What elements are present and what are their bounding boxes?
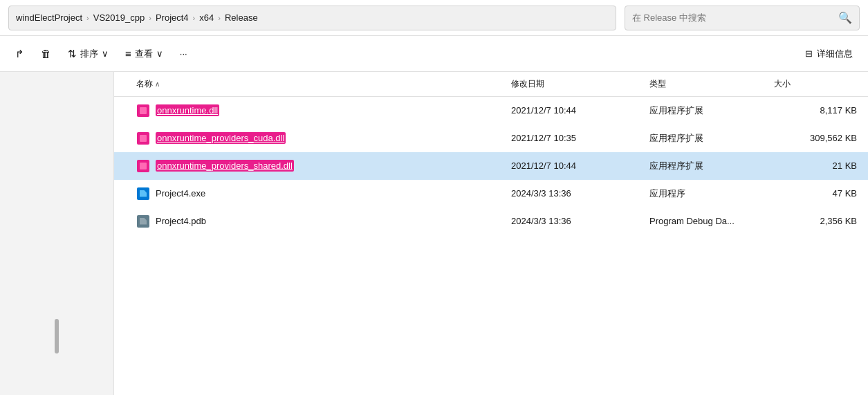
search-input[interactable] <box>632 12 834 23</box>
sort-arrow-name: ∧ <box>155 80 160 88</box>
col-header-type[interactable]: 类型 <box>649 78 774 90</box>
file-modified: 2024/3/3 13:36 <box>511 188 649 199</box>
file-size: 309,562 KB <box>774 133 857 143</box>
breadcrumb-windElectProject[interactable]: windElectProject <box>16 12 82 23</box>
delete-button[interactable]: 🗑 <box>34 44 58 64</box>
col-header-name[interactable]: 名称 ∧ <box>136 78 511 90</box>
table-row[interactable]: Project4.pdb 2024/3/3 13:36 Program Debu… <box>114 208 868 235</box>
file-modified: 2021/12/7 10:44 <box>511 160 649 171</box>
file-type: 应用程序扩展 <box>649 132 774 145</box>
file-name-highlighted: onnxruntime_providers_shared.dll <box>156 160 294 172</box>
file-size: 21 KB <box>774 160 857 171</box>
breadcrumb-sep-2: › <box>149 14 151 22</box>
sidebar-scrollbar[interactable] <box>0 319 113 353</box>
file-icon <box>136 104 150 118</box>
file-size: 47 KB <box>774 188 857 199</box>
file-type: 应用程序 <box>649 187 774 200</box>
dll-icon <box>137 104 149 117</box>
dll-icon <box>137 160 149 172</box>
detail-button[interactable]: ⊟ 详细信息 <box>798 44 860 64</box>
file-type: 应用程序扩展 <box>649 104 774 117</box>
sort-icon: ⇅ <box>68 48 77 60</box>
search-button[interactable]: 🔍 <box>838 11 852 24</box>
col-name-label: 名称 <box>136 78 153 90</box>
file-type: 应用程序扩展 <box>649 160 774 172</box>
file-name-text: Project4.pdb <box>156 216 206 226</box>
breadcrumb-VS2019_cpp[interactable]: VS2019_cpp <box>93 12 145 23</box>
file-name-cell: onnxruntime_providers_shared.dll <box>136 159 511 173</box>
file-modified: 2021/12/7 10:35 <box>511 133 649 143</box>
view-icon: ≡ <box>125 48 131 59</box>
breadcrumb-release[interactable]: Release <box>225 12 258 23</box>
detail-icon: ⊟ <box>805 48 813 59</box>
sidebar <box>0 72 114 395</box>
col-type-label: 类型 <box>649 78 666 90</box>
delete-icon: 🗑 <box>41 48 51 59</box>
view-arrow-icon: ∨ <box>156 48 163 59</box>
toolbar: ↱ 🗑 ⇅ 排序 ∨ ≡ 查看 ∨ ··· ⊟ 详细信息 <box>0 36 868 72</box>
file-list: onnxruntime.dll 2021/12/7 10:44 应用程序扩展 8… <box>114 97 868 235</box>
file-type: Program Debug Da... <box>649 216 774 226</box>
dll-icon <box>137 132 149 145</box>
view-button[interactable]: ≡ 查看 ∨ <box>118 44 170 64</box>
more-label: ··· <box>180 48 187 59</box>
col-header-size[interactable]: 大小 <box>774 78 857 90</box>
breadcrumb-sep-3: › <box>193 14 196 22</box>
breadcrumb-sep-4: › <box>218 14 221 22</box>
search-bar[interactable]: 🔍 <box>625 6 860 30</box>
exe-icon <box>137 187 149 200</box>
file-size: 2,356 KB <box>774 216 857 226</box>
file-modified: 2021/12/7 10:44 <box>511 105 649 116</box>
address-bar: windElectProject › VS2019_cpp › Project4… <box>0 0 868 36</box>
table-row[interactable]: Project4.exe 2024/3/3 13:36 应用程序 47 KB <box>114 180 868 208</box>
main-layout: 名称 ∧ 修改日期 类型 大小 onnxruntime.dll 2021/12/… <box>0 72 868 395</box>
col-modified-label: 修改日期 <box>511 78 544 90</box>
file-name-cell: onnxruntime.dll <box>136 104 511 118</box>
pdb-icon <box>137 215 149 228</box>
detail-label: 详细信息 <box>817 48 853 60</box>
file-name-cell: Project4.pdb <box>136 214 511 228</box>
col-size-label: 大小 <box>774 78 791 90</box>
breadcrumb-sep-1: › <box>86 14 89 22</box>
file-area: 名称 ∧ 修改日期 类型 大小 onnxruntime.dll 2021/12/… <box>114 72 868 395</box>
file-name-cell: onnxruntime_providers_cuda.dll <box>136 131 511 145</box>
col-header-modified[interactable]: 修改日期 <box>511 78 649 90</box>
file-size: 8,117 KB <box>774 105 857 116</box>
file-name-cell: Project4.exe <box>136 187 511 201</box>
file-modified: 2024/3/3 13:36 <box>511 216 649 226</box>
file-icon <box>136 214 150 228</box>
sort-label: 排序 <box>80 48 98 60</box>
table-row[interactable]: onnxruntime_providers_cuda.dll 2021/12/7… <box>114 125 868 152</box>
file-name-text: Project4.exe <box>156 188 205 199</box>
file-icon <box>136 159 150 173</box>
breadcrumb-Project4[interactable]: Project4 <box>156 12 189 23</box>
table-header: 名称 ∧ 修改日期 类型 大小 <box>114 72 868 97</box>
view-label: 查看 <box>135 48 153 60</box>
share-button[interactable]: ↱ <box>8 44 31 64</box>
file-icon <box>136 187 150 201</box>
sort-button[interactable]: ⇅ 排序 ∨ <box>61 44 116 64</box>
sort-arrow-icon: ∨ <box>102 48 109 59</box>
more-button[interactable]: ··· <box>173 44 194 63</box>
table-row[interactable]: onnxruntime.dll 2021/12/7 10:44 应用程序扩展 8… <box>114 97 868 125</box>
scroll-thumb <box>55 319 59 353</box>
file-name-highlighted: onnxruntime_providers_cuda.dll <box>156 132 286 144</box>
file-icon <box>136 131 150 145</box>
file-name-highlighted: onnxruntime.dll <box>156 104 219 116</box>
breadcrumb-x64[interactable]: x64 <box>199 12 214 23</box>
share-icon: ↱ <box>15 48 24 60</box>
table-row[interactable]: onnxruntime_providers_shared.dll 2021/12… <box>114 152 868 180</box>
breadcrumb[interactable]: windElectProject › VS2019_cpp › Project4… <box>8 6 616 30</box>
